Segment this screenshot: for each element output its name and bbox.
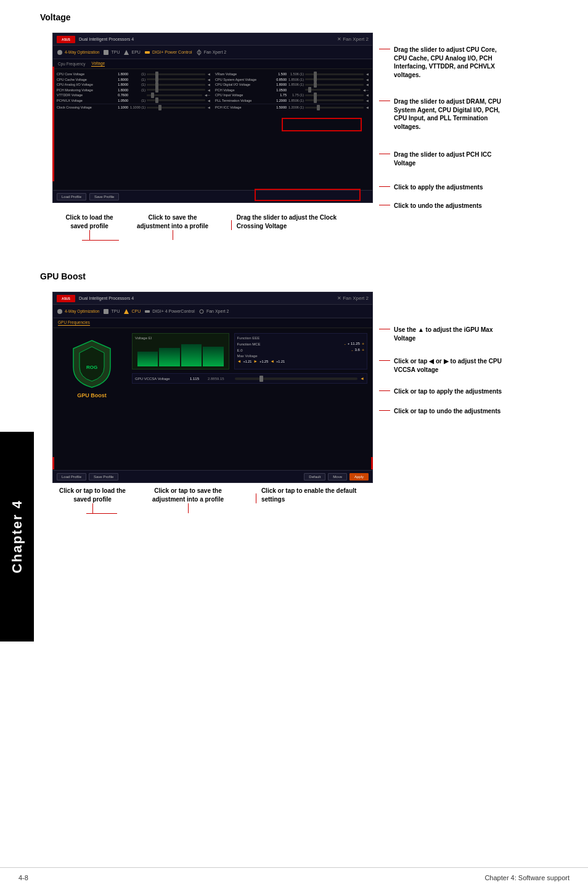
slider-pchvlx[interactable] [147, 99, 205, 101]
voltage-close-button[interactable]: ✕ Fan Xpert 2 [337, 36, 369, 42]
gpu-vccsa-arrow[interactable]: ◄ [360, 376, 364, 381]
gpu-callout-4-text: Click or tap to undo the adjustments [394, 407, 500, 416]
slider-cpu-dig-io[interactable] [305, 84, 364, 86]
callout-voltage-1-text: Drag the slider to adjust CPU Core, CPU … [394, 46, 502, 79]
gpu-nav-4way[interactable]: 4-Way Optimization [57, 308, 99, 315]
callout-clk-crossing: Drag the slider to adjust the Clock Cros… [231, 213, 354, 230]
gpu-voltage-box: Voltage El [132, 333, 229, 369]
row-pch-mon: PCH Monitoring Voltage 1.8000 (1) ◀ [57, 88, 210, 92]
gpu-asus-logo: ASUS [57, 295, 75, 302]
gpu-vccsa-slider[interactable] [235, 377, 357, 380]
callout-voltage-3: Drag the slider to adjust PCH ICC Voltag… [379, 151, 502, 167]
gpu-callout-3-text: Click or tap to apply the adjustments [394, 387, 502, 396]
asus-logo: ASUS [57, 36, 75, 43]
callout-clk-text: Drag the slider to adjust the Clock Cros… [237, 213, 354, 230]
gpu-callout-default: Click or tap to enable the default setti… [256, 487, 367, 503]
gpu-move-btn[interactable]: Move [328, 473, 347, 481]
nav-fanxpert[interactable]: Fan Xpert 2 [196, 49, 227, 56]
load-profile-btn[interactable]: Load Profile [57, 193, 86, 200]
callout-save-text: Click to save the adjustment into a prof… [133, 213, 213, 230]
submenu-freq[interactable]: Cpu Frequency [58, 62, 85, 67]
svg-point-10 [200, 310, 203, 313]
gpu-callout-2-text: Click or tap ◀ or ▶ to adjust the CPU VC… [394, 357, 502, 374]
gpu-nav-fanxpert[interactable]: Fan Xpert 2 [198, 308, 229, 315]
gpu-close-button[interactable]: ✕ Fan Xpert 2 [337, 295, 369, 301]
row-cpu-core: CPU Core Voltage 1.8000 (1) ◀ [57, 72, 210, 76]
row-pll-term: PLL Termination Voltage 1.2000 1.8506 (1… [215, 99, 369, 102]
maxv2-minus-btn[interactable]: ◄ [270, 359, 274, 363]
nav-digiplus[interactable]: DIGI+ Power Control [144, 49, 192, 56]
row-cpu-sa: CPU System Agent Voltage 0.8500 1.8506 (… [215, 78, 369, 81]
slider-cpu-core[interactable] [147, 73, 205, 75]
gpu-save-btn[interactable]: Save Profile [89, 473, 118, 481]
row-pchvlx: PCHVLX Voltage 1.0500 (1) ◀ [57, 99, 210, 102]
slider-vttddr[interactable] [147, 94, 202, 96]
gpu-right-callouts: Use the ▲ to adjust the iGPU Max Voltage… [373, 289, 502, 415]
submenu-voltage[interactable]: Voltage [91, 61, 105, 67]
nav-4way[interactable]: 4-Way Optimization [57, 49, 99, 56]
gpu-nav-digiplus[interactable]: DIGI+ 4 PowerControl [144, 308, 195, 315]
voltage-window-title: Dual Intelligent Processors 4 [79, 37, 134, 41]
voltage-section: Voltage ASUS Dual Intelligent Processors… [40, 12, 576, 241]
maxv-minus-btn[interactable]: ◄ [237, 359, 242, 363]
slider-clk-crossing[interactable] [147, 107, 205, 109]
gpu-apply-btn[interactable]: Apply [349, 473, 369, 481]
eo-plus-btn[interactable]: + [362, 348, 364, 352]
row-clk-crossing: Clock Crossing Voltage 1.1000 1.1000 (1)… [57, 105, 210, 109]
gpu-callout-save-text: Click or tap to save the adjustment into… [139, 487, 237, 503]
slider-vram[interactable] [305, 73, 364, 75]
slider-cpu-aio[interactable] [147, 84, 205, 86]
save-profile-btn[interactable]: Save Profile [89, 193, 119, 200]
row-vttddr: VTTDDR Voltage 0.7600 ◀— [57, 93, 210, 97]
gpu-load-btn[interactable]: Load Profile [57, 473, 86, 481]
gpu-callout-load-text: Click or tap to load the saved profile [59, 487, 126, 503]
gpu-boost-label: GPU Boost [77, 392, 107, 398]
slider-pch[interactable] [305, 89, 361, 91]
gpu-nav-cpu[interactable]: CPU [123, 308, 141, 315]
slider-cpu-cache[interactable] [147, 78, 205, 80]
slider-cpu-input[interactable] [305, 94, 364, 96]
gpu-left-panel: ROG GPU Boost [58, 333, 126, 463]
gpu-callout-4: Click or tap to undo the adjustments [379, 407, 502, 416]
gpu-callout-3: Click or tap to apply the adjustments [379, 387, 502, 396]
voltage-right-callouts: Drag the slider to adjust CPU Core, CPU … [373, 30, 502, 210]
eo-minus-btn[interactable]: - [351, 348, 353, 352]
gpu-vccsa-row: GPU VCCSA Voltage 1.115 2.8859.15 ◄ [132, 373, 367, 384]
svg-marker-8 [124, 309, 129, 314]
callout-voltage-2: Drag the slider to adjust DRAM, CPU Syst… [379, 97, 502, 131]
gpu-callout-1: Use the ▲ to adjust the iGPU Max Voltage [379, 326, 502, 342]
gpu-submenu-freq[interactable]: GPU Frequencies [58, 320, 90, 326]
callout-voltage-2-text: Drag the slider to adjust DRAM, CPU Syst… [394, 97, 502, 131]
row-pch: PCH Voltage 1.0500 ◀— [215, 88, 369, 92]
slider-cpu-sa[interactable] [305, 78, 364, 80]
footer-chapter: Chapter 4: Software support [484, 874, 570, 881]
gpu-section: GPU Boost ASUS Dual Intelligent Processo… [40, 271, 576, 514]
gpu-voltage-label-text: Voltage El [135, 336, 226, 340]
gpu-default-btn[interactable]: Default [304, 473, 325, 481]
footer-page-number: 4-8 [18, 874, 28, 881]
gpu-window-title: Dual Intelligent Processors 4 [79, 296, 134, 300]
slider-pll-term[interactable] [305, 99, 364, 101]
chapter-tab: Chapter 4 [0, 432, 34, 642]
gpu-title: GPU Boost [40, 271, 576, 281]
maxv-plus-btn[interactable]: ► [253, 359, 258, 363]
gpu-vccsa-label: GPU VCCSA Voltage [135, 377, 187, 381]
svg-rect-7 [104, 309, 108, 314]
voltage-col-left: CPU Core Voltage 1.8000 (1) ◀ CPU Cache … [57, 72, 210, 184]
nav-epu[interactable]: EPU [123, 49, 140, 56]
gpu-function-label: Function EEE [237, 336, 365, 340]
nav-tpu[interactable]: TPU [103, 49, 120, 56]
function-minus-btn[interactable]: - [344, 342, 345, 346]
callout-voltage-4-text: Click to apply the adjustments [394, 183, 483, 192]
slider-pch-icc[interactable] [305, 107, 364, 109]
row-cpu-dig-io: CPU Digital I/O Voltage 1.8000 1.8506 (1… [215, 83, 369, 86]
callout-load-profile: Click to load the saved profile [59, 213, 120, 241]
callout-save-profile: Click to save the adjustment into a prof… [133, 213, 213, 240]
row-vram: VRam Voltage 1.500 1.506 (1) ◀ [215, 72, 369, 76]
slider-pch-mon[interactable] [147, 89, 205, 91]
callout-voltage-5: Click to undo the adjustments [379, 202, 502, 210]
gpu-nav-tpu[interactable]: TPU [103, 308, 120, 315]
function-plus-btn[interactable]: + [362, 342, 364, 346]
chapter-label: Chapter 4 [9, 500, 25, 573]
svg-text:ROG: ROG [86, 365, 97, 370]
